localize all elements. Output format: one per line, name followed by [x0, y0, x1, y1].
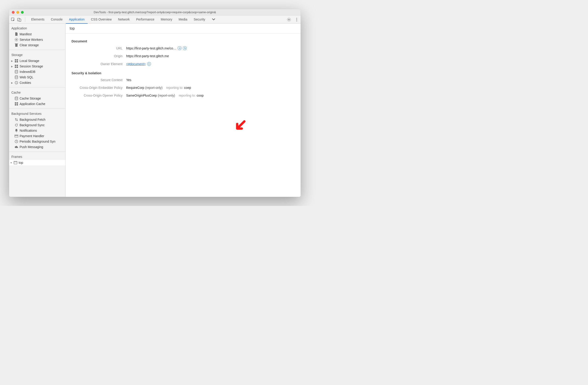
divider: [25, 17, 25, 22]
row-coop: Cross-Origin Opener Policy SameOriginPlu…: [71, 94, 295, 97]
document-heading: Document: [71, 39, 295, 43]
section-application: Application: [9, 25, 65, 31]
coop-badge-icon[interactable]: ⊝: [178, 46, 182, 50]
gear-icon: [15, 38, 18, 42]
label: Periodic Background Syn: [20, 140, 55, 143]
section-storage: Storage: [9, 52, 65, 58]
device-toolbar-icon[interactable]: [17, 18, 21, 22]
svg-rect-34: [14, 161, 17, 164]
sidebar-item-local-storage[interactable]: ▶ Local Storage: [9, 58, 65, 64]
tab-network[interactable]: Network: [115, 16, 133, 24]
tab-elements[interactable]: Elements: [28, 16, 48, 24]
sidebar-item-push-messaging[interactable]: Push Messaging: [9, 144, 65, 150]
settings-icon[interactable]: [287, 18, 291, 22]
owner-label: Owner Element: [71, 62, 126, 66]
application-sidebar[interactable]: Application Manifest Service Workers Cle…: [9, 24, 65, 197]
tab-console[interactable]: Console: [48, 16, 65, 24]
maximize-window-button[interactable]: [21, 11, 24, 14]
annotation-arrow-icon: [234, 120, 246, 132]
coop-label: Cross-Origin Opener Policy: [71, 94, 126, 97]
svg-point-20: [15, 81, 18, 84]
tab-memory[interactable]: Memory: [158, 16, 176, 24]
owner-link[interactable]: <#document>: [126, 62, 146, 66]
close-window-button[interactable]: [12, 11, 15, 14]
svg-rect-32: [15, 135, 18, 136]
sidebar-item-websql[interactable]: Web SQL: [9, 74, 65, 80]
coop-reporting-label: reporting to:: [179, 94, 196, 97]
label: Session Storage: [20, 64, 43, 68]
svg-rect-9: [15, 43, 18, 44]
label: Service Workers: [20, 38, 43, 42]
svg-point-25: [15, 97, 18, 98]
sidebar-item-notifications[interactable]: Notifications: [9, 128, 65, 133]
tab-security[interactable]: Security: [190, 16, 208, 24]
svg-rect-10: [15, 59, 16, 61]
sync-icon: [15, 123, 18, 127]
minimize-window-button[interactable]: [16, 11, 19, 14]
row-origin: Origin https://first-party-test.glitch.m…: [71, 54, 295, 58]
inspect-element-icon[interactable]: [11, 18, 15, 22]
svg-point-4: [296, 18, 297, 19]
label: Application Cache: [20, 102, 45, 106]
svg-rect-8: [15, 44, 18, 47]
label: Web SQL: [20, 75, 33, 79]
sidebar-item-manifest[interactable]: Manifest: [9, 31, 65, 37]
tab-media[interactable]: Media: [175, 16, 190, 24]
svg-rect-26: [15, 102, 16, 104]
section-background-services: Background Services: [9, 110, 65, 117]
chevron-right-icon[interactable]: ▶: [11, 65, 13, 67]
coep-badge-icon[interactable]: ⇅: [183, 46, 187, 50]
coep-mode: (report-only): [145, 86, 162, 89]
sidebar-item-application-cache[interactable]: Application Cache: [9, 101, 65, 107]
tab-application[interactable]: Application: [66, 16, 88, 24]
sidebar-item-background-sync[interactable]: Background Sync: [9, 122, 65, 128]
chevron-right-icon[interactable]: ▶: [11, 60, 13, 62]
svg-rect-28: [15, 104, 16, 106]
more-options-icon[interactable]: [295, 18, 299, 22]
svg-point-5: [296, 19, 297, 20]
reveal-icon[interactable]: ⟨⟩: [147, 62, 151, 66]
svg-rect-31: [15, 135, 18, 137]
label: Background Fetch: [20, 118, 45, 121]
credit-card-icon: [15, 134, 18, 138]
grid-icon: [15, 102, 18, 106]
sidebar-item-session-storage[interactable]: ▶ Session Storage: [9, 64, 65, 69]
sidebar-item-payment-handler[interactable]: Payment Handler: [9, 133, 65, 139]
tab-css-overview[interactable]: CSS Overview: [88, 16, 115, 24]
tab-performance[interactable]: Performance: [133, 16, 158, 24]
coop-value: SameOriginPlusCoep: [126, 94, 157, 97]
sidebar-item-indexeddb[interactable]: IndexedDB: [9, 69, 65, 74]
sidebar-item-background-fetch[interactable]: Background Fetch: [9, 117, 65, 122]
section-cache: Cache: [9, 89, 65, 96]
sidebar-item-cookies[interactable]: ▶ Cookies: [9, 80, 65, 86]
svg-point-19: [15, 76, 18, 77]
sidebar-item-top-frame[interactable]: ▼ top: [9, 160, 65, 165]
sidebar-item-periodic-sync[interactable]: Periodic Background Syn: [9, 139, 65, 144]
chevron-down-icon[interactable]: ▼: [10, 162, 12, 164]
more-tabs-button[interactable]: [208, 16, 219, 24]
svg-point-18: [15, 70, 18, 71]
sidebar-item-cache-storage[interactable]: Cache Storage: [9, 96, 65, 101]
page-title: top: [65, 24, 301, 34]
database-icon: [15, 70, 18, 74]
svg-rect-27: [17, 102, 18, 104]
label: top: [19, 161, 23, 165]
frame-icon: [14, 161, 17, 165]
svg-point-30: [16, 131, 17, 132]
label: Cache Storage: [20, 97, 41, 100]
label: IndexedDB: [20, 70, 35, 74]
sidebar-item-service-workers[interactable]: Service Workers: [9, 37, 65, 42]
document-icon: [15, 32, 18, 36]
secure-context-value: Yes: [126, 78, 131, 82]
origin-value: https://first-party-test.glitch.me: [126, 54, 169, 58]
sidebar-item-clear-storage[interactable]: Clear storage: [9, 42, 65, 48]
chevron-right-icon[interactable]: ▶: [11, 82, 13, 84]
panel-tabs: Elements Console Application CSS Overvie…: [28, 16, 219, 24]
row-owner-element: Owner Element <#document> ⟨⟩: [71, 62, 295, 66]
devtools-window: DevTools - first-party-test.glitch.me/co…: [9, 9, 301, 197]
label: Background Sync: [20, 123, 45, 127]
grid-icon: [15, 59, 18, 63]
row-url: URL https://first-party-test.glitch.me/c…: [71, 46, 295, 50]
row-coep: Cross-Origin Embedder Policy RequireCorp…: [71, 86, 295, 89]
security-heading: Security & Isolation: [71, 71, 295, 75]
